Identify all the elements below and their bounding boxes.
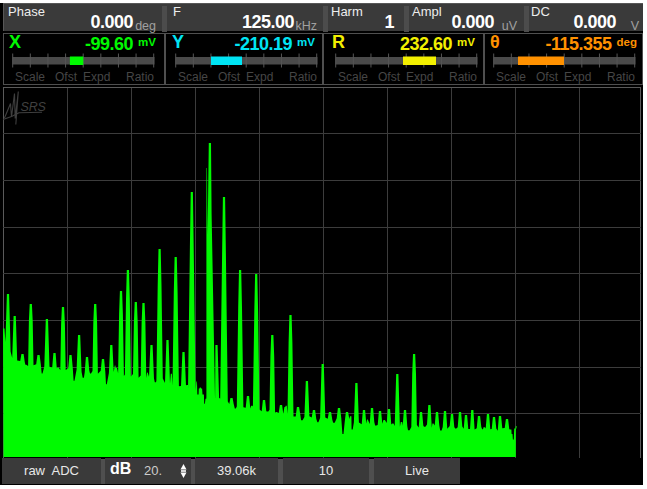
svg-text:SRS: SRS [21, 100, 47, 114]
